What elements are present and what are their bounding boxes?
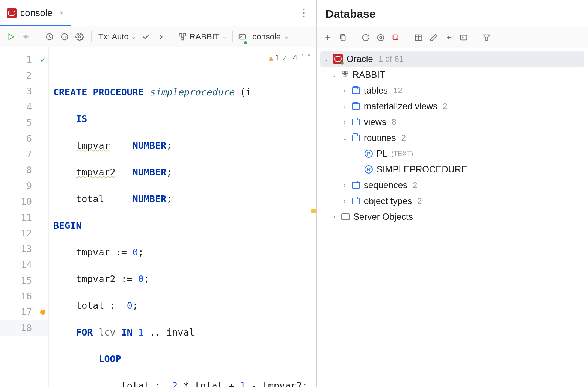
editor-tabbar: console × ⋮ xyxy=(0,0,316,26)
svg-rect-26 xyxy=(461,35,467,40)
database-panel: Database ⌄ Oracle 1 of 61 ⌄ RABBIT › xyxy=(317,0,588,387)
schema-icon xyxy=(341,70,349,80)
history-button[interactable] xyxy=(43,30,56,43)
server-folder-icon xyxy=(341,213,350,220)
svg-rect-18 xyxy=(341,36,345,41)
duplicate-button[interactable] xyxy=(336,31,350,44)
jump-to-console-button[interactable] xyxy=(442,31,455,44)
chevron-right-icon[interactable]: › xyxy=(341,103,348,110)
console-selector[interactable]: console⌄ xyxy=(238,32,289,42)
tree-routine-simpleprocedure[interactable]: R SIMPLEPROCEDURE xyxy=(320,162,584,177)
editor-gutter: 1✓ 2 3 4 5 6 7 8 9 10 11 12 13 14 15 16 … xyxy=(0,47,49,387)
chevron-down-icon[interactable]: ⌄ xyxy=(323,56,329,63)
chevron-down-icon[interactable]: ˅ xyxy=(307,53,311,62)
code-content[interactable]: ▲1 ✓̲4 ˄ ˅ CREATE PROCEDURE simpleproced… xyxy=(49,47,316,387)
svg-point-19 xyxy=(380,36,382,39)
oracle-icon xyxy=(333,54,343,64)
tab-console[interactable]: console × xyxy=(0,0,71,26)
folder-icon xyxy=(352,182,360,189)
tab-more-icon[interactable]: ⋮ xyxy=(291,7,316,19)
oracle-icon xyxy=(7,8,17,18)
run-button[interactable] xyxy=(5,30,17,43)
chevron-right-icon[interactable]: › xyxy=(331,213,338,220)
tree-node-routines[interactable]: ⌄ routines2 xyxy=(320,130,584,146)
folder-icon xyxy=(352,103,360,110)
svg-marker-0 xyxy=(9,34,14,39)
tree-schema-rabbit[interactable]: ⌄ RABBIT xyxy=(320,67,584,83)
filter-button[interactable] xyxy=(480,31,493,44)
check-icon: ✓ xyxy=(41,52,45,68)
commit-button[interactable] xyxy=(140,30,152,43)
svg-marker-27 xyxy=(484,35,490,41)
bulb-icon[interactable] xyxy=(40,310,45,315)
svg-rect-12 xyxy=(181,37,183,39)
close-icon[interactable]: × xyxy=(59,9,64,17)
tree-routine-pl[interactable]: P PL (TEXT) xyxy=(320,146,584,162)
datasource-properties-button[interactable] xyxy=(374,31,387,44)
refresh-button[interactable] xyxy=(359,31,372,44)
folder-icon xyxy=(352,87,360,94)
database-toolbar xyxy=(317,27,588,48)
chevron-right-icon[interactable]: › xyxy=(341,87,348,94)
disconnect-button[interactable] xyxy=(389,31,403,44)
rollback-button[interactable] xyxy=(155,30,167,43)
database-tree[interactable]: ⌄ Oracle 1 of 61 ⌄ RABBIT › tables12 › m… xyxy=(317,48,588,228)
tree-node-tables[interactable]: › tables12 xyxy=(320,83,584,98)
tree-server-objects[interactable]: › Server Objects xyxy=(320,209,584,225)
svg-rect-30 xyxy=(344,75,346,77)
svg-rect-11 xyxy=(183,33,185,36)
editor-panel: console × ⋮ p Tx: Auto⌄ xyxy=(0,0,317,387)
marker-stripe[interactable] xyxy=(311,209,316,213)
explain-plan-button[interactable]: p xyxy=(58,30,71,43)
chevron-down-icon[interactable]: ⌄ xyxy=(331,71,338,79)
tree-node-sequences[interactable]: › sequences2 xyxy=(320,177,584,193)
chevron-right-icon[interactable]: › xyxy=(341,198,348,204)
editor-toolbar: p Tx: Auto⌄ RABBIT⌄ console⌄ xyxy=(0,26,316,47)
chevron-down-icon[interactable]: ⌄ xyxy=(341,135,348,142)
svg-point-9 xyxy=(78,36,81,38)
chevron-up-icon[interactable]: ˄ xyxy=(300,53,304,62)
svg-rect-10 xyxy=(179,33,181,36)
routine-icon: R xyxy=(365,165,373,174)
svg-text:p: p xyxy=(63,35,66,39)
svg-rect-28 xyxy=(342,71,345,74)
tx-mode-selector[interactable]: Tx: Auto⌄ xyxy=(97,32,137,42)
tree-root-oracle[interactable]: ⌄ Oracle 1 of 61 xyxy=(320,51,584,67)
tree-node-objecttypes[interactable]: › object types2 xyxy=(320,193,584,209)
tree-node-views[interactable]: › views8 xyxy=(320,114,584,130)
svg-rect-15 xyxy=(239,34,246,39)
weak-warning-icon: ✓̲ xyxy=(282,53,291,62)
table-view-button[interactable] xyxy=(412,31,425,44)
add-datasource-button[interactable] xyxy=(321,31,335,44)
settings-button[interactable] xyxy=(73,30,86,43)
edit-button[interactable] xyxy=(427,31,440,44)
debug-button[interactable] xyxy=(20,30,32,43)
chevron-right-icon[interactable]: › xyxy=(341,119,348,125)
tree-node-matviews[interactable]: › materialized views2 xyxy=(320,98,584,114)
procedure-icon: P xyxy=(365,150,373,158)
warning-icon: ▲ xyxy=(269,53,273,62)
tab-title: console xyxy=(20,8,53,18)
open-console-button[interactable] xyxy=(457,31,470,44)
svg-point-20 xyxy=(378,35,384,41)
chevron-right-icon[interactable]: › xyxy=(341,182,348,189)
inspection-status[interactable]: ▲1 ✓̲4 ˄ ˅ xyxy=(269,53,311,62)
folder-icon xyxy=(352,119,360,125)
folder-icon xyxy=(352,198,360,204)
code-editor[interactable]: 1✓ 2 3 4 5 6 7 8 9 10 11 12 13 14 15 16 … xyxy=(0,47,316,387)
schema-selector[interactable]: RABBIT⌄ xyxy=(178,32,227,42)
svg-point-1 xyxy=(24,35,27,38)
folder-icon xyxy=(352,135,360,141)
svg-rect-29 xyxy=(346,71,348,74)
database-title: Database xyxy=(317,0,588,27)
